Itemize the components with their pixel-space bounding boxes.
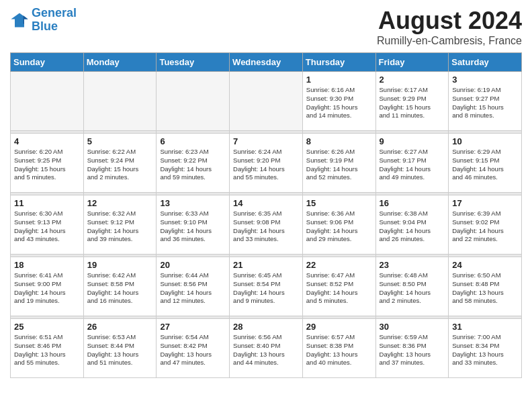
day-details: Sunrise: 6:29 AMSunset: 9:15 PMDaylight:… <box>452 148 518 182</box>
day-details: Sunrise: 6:48 AMSunset: 8:50 PMDaylight:… <box>380 271 445 306</box>
day-details: Sunrise: 6:30 AMSunset: 9:13 PMDaylight:… <box>14 210 80 244</box>
day-details: Sunrise: 7:00 AMSunset: 8:34 PMDaylight:… <box>452 333 518 367</box>
calendar-cell: 30Sunrise: 6:59 AMSunset: 8:36 PMDayligh… <box>375 319 449 378</box>
day-number: 8 <box>306 136 372 146</box>
week-row-5: 25Sunrise: 6:51 AMSunset: 8:46 PMDayligh… <box>11 319 522 378</box>
calendar-cell: 22Sunrise: 6:47 AMSunset: 8:52 PMDayligh… <box>302 257 375 316</box>
week-row-4: 18Sunrise: 6:41 AMSunset: 9:00 PMDayligh… <box>11 257 522 316</box>
logo-text: General Blue <box>32 7 77 34</box>
day-details: Sunrise: 6:39 AMSunset: 9:02 PMDaylight:… <box>452 210 518 244</box>
calendar-cell: 7Sunrise: 6:24 AMSunset: 9:20 PMDaylight… <box>230 134 303 193</box>
day-number: 29 <box>306 322 372 332</box>
logo: General Blue <box>10 7 77 34</box>
day-details: Sunrise: 6:36 AMSunset: 9:06 PMDaylight:… <box>306 210 372 244</box>
logo-icon <box>10 11 29 30</box>
page-header: General Blue August 2024 Rumilly-en-Camb… <box>10 7 522 47</box>
day-details: Sunrise: 6:23 AMSunset: 9:22 PMDaylight:… <box>160 148 226 182</box>
location-title: Rumilly-en-Cambresis, France <box>377 35 522 47</box>
day-details: Sunrise: 6:56 AMSunset: 8:40 PMDaylight:… <box>233 333 299 367</box>
day-details: Sunrise: 6:35 AMSunset: 9:08 PMDaylight:… <box>233 210 299 244</box>
day-number: 25 <box>14 322 80 332</box>
calendar-cell: 28Sunrise: 6:56 AMSunset: 8:40 PMDayligh… <box>230 319 303 378</box>
weekday-header-wednesday: Wednesday <box>230 53 303 72</box>
day-number: 6 <box>160 136 226 146</box>
day-details: Sunrise: 6:57 AMSunset: 8:38 PMDaylight:… <box>306 333 372 367</box>
calendar-cell: 4Sunrise: 6:20 AMSunset: 9:25 PMDaylight… <box>11 134 84 193</box>
calendar-cell: 3Sunrise: 6:19 AMSunset: 9:27 PMDaylight… <box>449 72 522 131</box>
calendar-cell: 19Sunrise: 6:42 AMSunset: 8:58 PMDayligh… <box>83 257 157 316</box>
day-number: 10 <box>452 136 518 146</box>
calendar-cell: 29Sunrise: 6:57 AMSunset: 8:38 PMDayligh… <box>302 319 375 378</box>
day-details: Sunrise: 6:44 AMSunset: 8:56 PMDaylight:… <box>160 271 226 306</box>
day-details: Sunrise: 6:26 AMSunset: 9:19 PMDaylight:… <box>306 148 372 182</box>
day-details: Sunrise: 6:47 AMSunset: 8:52 PMDaylight:… <box>306 271 372 306</box>
day-details: Sunrise: 6:42 AMSunset: 8:58 PMDaylight:… <box>87 271 153 306</box>
calendar-cell: 20Sunrise: 6:44 AMSunset: 8:56 PMDayligh… <box>157 257 230 316</box>
calendar-cell: 9Sunrise: 6:27 AMSunset: 9:17 PMDaylight… <box>375 134 449 193</box>
day-number: 14 <box>233 198 299 208</box>
day-number: 24 <box>452 260 518 270</box>
calendar: SundayMondayTuesdayWednesdayThursdayFrid… <box>10 52 522 378</box>
day-number: 9 <box>380 136 445 146</box>
month-title: August 2024 <box>377 7 522 35</box>
weekday-header-friday: Friday <box>375 53 449 72</box>
calendar-cell: 1Sunrise: 6:16 AMSunset: 9:30 PMDaylight… <box>302 72 375 131</box>
day-number: 31 <box>452 322 518 332</box>
day-number: 22 <box>306 260 372 270</box>
day-details: Sunrise: 6:38 AMSunset: 9:04 PMDaylight:… <box>380 210 445 244</box>
day-details: Sunrise: 6:16 AMSunset: 9:30 PMDaylight:… <box>306 86 372 120</box>
day-details: Sunrise: 6:24 AMSunset: 9:20 PMDaylight:… <box>233 148 299 182</box>
calendar-cell: 26Sunrise: 6:53 AMSunset: 8:44 PMDayligh… <box>83 319 157 378</box>
calendar-cell <box>157 72 230 131</box>
day-details: Sunrise: 6:27 AMSunset: 9:17 PMDaylight:… <box>380 148 445 182</box>
day-details: Sunrise: 6:53 AMSunset: 8:44 PMDaylight:… <box>87 333 153 367</box>
weekday-header-monday: Monday <box>83 53 157 72</box>
day-number: 28 <box>233 322 299 332</box>
week-row-3: 11Sunrise: 6:30 AMSunset: 9:13 PMDayligh… <box>11 195 522 255</box>
day-number: 12 <box>87 198 153 208</box>
day-number: 1 <box>306 75 372 85</box>
calendar-cell: 8Sunrise: 6:26 AMSunset: 9:19 PMDaylight… <box>302 134 375 193</box>
day-number: 17 <box>452 198 518 208</box>
day-number: 4 <box>14 136 80 146</box>
calendar-cell: 23Sunrise: 6:48 AMSunset: 8:50 PMDayligh… <box>375 257 449 316</box>
calendar-cell: 5Sunrise: 6:22 AMSunset: 9:24 PMDaylight… <box>83 134 157 193</box>
calendar-cell: 14Sunrise: 6:35 AMSunset: 9:08 PMDayligh… <box>230 195 303 255</box>
day-details: Sunrise: 6:45 AMSunset: 8:54 PMDaylight:… <box>233 271 299 306</box>
calendar-cell: 31Sunrise: 7:00 AMSunset: 8:34 PMDayligh… <box>449 319 522 378</box>
day-number: 18 <box>14 260 80 270</box>
weekday-header-tuesday: Tuesday <box>157 53 230 72</box>
day-number: 19 <box>87 260 153 270</box>
calendar-cell: 15Sunrise: 6:36 AMSunset: 9:06 PMDayligh… <box>302 195 375 255</box>
day-details: Sunrise: 6:22 AMSunset: 9:24 PMDaylight:… <box>87 148 153 182</box>
day-number: 16 <box>380 198 445 208</box>
day-number: 15 <box>306 198 372 208</box>
day-number: 11 <box>14 198 80 208</box>
weekday-header-row: SundayMondayTuesdayWednesdayThursdayFrid… <box>11 53 522 72</box>
calendar-cell: 24Sunrise: 6:50 AMSunset: 8:48 PMDayligh… <box>449 257 522 316</box>
calendar-cell: 12Sunrise: 6:32 AMSunset: 9:12 PMDayligh… <box>83 195 157 255</box>
calendar-cell <box>83 72 157 131</box>
calendar-cell: 25Sunrise: 6:51 AMSunset: 8:46 PMDayligh… <box>11 319 84 378</box>
calendar-cell: 21Sunrise: 6:45 AMSunset: 8:54 PMDayligh… <box>230 257 303 316</box>
day-number: 27 <box>160 322 226 332</box>
day-number: 20 <box>160 260 226 270</box>
calendar-cell: 11Sunrise: 6:30 AMSunset: 9:13 PMDayligh… <box>11 195 84 255</box>
day-details: Sunrise: 6:59 AMSunset: 8:36 PMDaylight:… <box>380 333 445 367</box>
week-row-1: 1Sunrise: 6:16 AMSunset: 9:30 PMDaylight… <box>11 72 522 131</box>
day-details: Sunrise: 6:20 AMSunset: 9:25 PMDaylight:… <box>14 148 80 182</box>
calendar-cell: 10Sunrise: 6:29 AMSunset: 9:15 PMDayligh… <box>449 134 522 193</box>
day-number: 30 <box>380 322 445 332</box>
calendar-cell <box>230 72 303 131</box>
svg-marker-2 <box>24 15 28 24</box>
day-number: 13 <box>160 198 226 208</box>
day-details: Sunrise: 6:33 AMSunset: 9:10 PMDaylight:… <box>160 210 226 244</box>
day-number: 3 <box>452 75 518 85</box>
day-details: Sunrise: 6:51 AMSunset: 8:46 PMDaylight:… <box>14 333 80 367</box>
calendar-cell: 6Sunrise: 6:23 AMSunset: 9:22 PMDaylight… <box>157 134 230 193</box>
day-details: Sunrise: 6:19 AMSunset: 9:27 PMDaylight:… <box>452 86 518 120</box>
svg-marker-1 <box>11 13 28 27</box>
weekday-header-saturday: Saturday <box>449 53 522 72</box>
day-details: Sunrise: 6:32 AMSunset: 9:12 PMDaylight:… <box>87 210 153 244</box>
calendar-cell: 17Sunrise: 6:39 AMSunset: 9:02 PMDayligh… <box>449 195 522 255</box>
